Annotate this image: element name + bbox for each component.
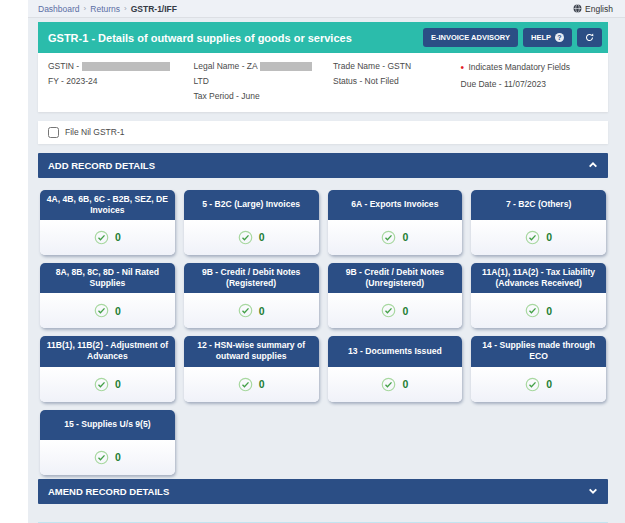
- amend-record-details-header[interactable]: AMEND RECORD DETAILS: [38, 479, 608, 504]
- info-col-2: Legal Name - ZA LTD Tax Period - June: [193, 59, 325, 104]
- record-tile[interactable]: 14 - Supplies made through ECO 0: [471, 336, 606, 401]
- tile-body: 0: [184, 220, 319, 255]
- chevron-down-icon: [588, 486, 598, 496]
- check-circle-icon: [381, 303, 396, 318]
- refresh-icon: [585, 33, 594, 42]
- tax-period-value: Tax Period - June: [193, 89, 325, 104]
- check-circle-icon: [525, 303, 540, 318]
- tile-body: 0: [471, 220, 606, 255]
- record-tile[interactable]: 11B(1), 11B(2) - Adjustment of Advances …: [40, 336, 175, 401]
- file-nil-checkbox[interactable]: [48, 127, 59, 138]
- help-label: HELP: [531, 33, 551, 42]
- help-button[interactable]: HELP ?: [523, 28, 572, 47]
- tile-count: 0: [115, 231, 121, 243]
- record-tile[interactable]: 11A(1), 11A(2) - Tax Liability (Advances…: [471, 263, 606, 328]
- legal-name-value: Legal Name - ZA LTD: [193, 59, 325, 89]
- tile-count: 0: [259, 305, 265, 317]
- question-icon: ?: [555, 33, 564, 42]
- page-header: GSTR-1 - Details of outward supplies of …: [38, 22, 608, 53]
- breadcrumb-current: GSTR-1/IFF: [131, 4, 177, 14]
- record-tile[interactable]: 4A, 4B, 6B, 6C - B2B, SEZ, DE Invoices 0: [40, 190, 175, 255]
- tile-body: 0: [328, 367, 463, 402]
- tile-title: 11B(1), 11B(2) - Adjustment of Advances: [40, 336, 175, 366]
- tile-body: 0: [471, 293, 606, 328]
- e-invoice-advisory-button[interactable]: E-INVOICE ADVISORY: [423, 28, 518, 47]
- tile-title: 9B - Credit / Debit Notes (Unregistered): [328, 263, 463, 293]
- tile-count: 0: [402, 378, 408, 390]
- file-nil-row: File Nil GSTR-1: [38, 121, 608, 144]
- tiles-grid: 4A, 4B, 6B, 6C - B2B, SEZ, DE Invoices 0…: [40, 190, 606, 475]
- fy-value: FY - 2023-24: [48, 74, 185, 89]
- trade-name-value: Trade Name - GSTN: [333, 59, 453, 74]
- check-circle-icon: [238, 230, 253, 245]
- tile-count: 0: [259, 231, 265, 243]
- tile-title: 7 - B2C (Others): [471, 190, 606, 220]
- add-record-details-label: ADD RECORD DETAILS: [48, 160, 155, 171]
- check-circle-icon: [94, 303, 109, 318]
- info-col-4: • Indicates Mandatory Fields Due Date - …: [461, 59, 598, 104]
- tile-title: 9B - Credit / Debit Notes (Registered): [184, 263, 319, 293]
- record-tile[interactable]: 8A, 8B, 8C, 8D - Nil Rated Supplies 0: [40, 263, 175, 328]
- tile-count: 0: [546, 378, 552, 390]
- breadcrumb-dashboard[interactable]: Dashboard: [38, 4, 80, 14]
- tile-body: 0: [328, 220, 463, 255]
- record-tile[interactable]: 5 - B2C (Large) Invoices 0: [184, 190, 319, 255]
- e-invoice-advisory-label: E-INVOICE ADVISORY: [431, 33, 510, 42]
- check-circle-icon: [238, 377, 253, 392]
- refresh-button[interactable]: [577, 28, 602, 47]
- tile-count: 0: [259, 378, 265, 390]
- tile-count: 0: [115, 305, 121, 317]
- breadcrumb-returns[interactable]: Returns: [90, 4, 120, 14]
- tile-body: 0: [40, 293, 175, 328]
- check-circle-icon: [238, 303, 253, 318]
- check-circle-icon: [381, 230, 396, 245]
- due-date-value: Due Date - 11/07/2023: [461, 77, 598, 92]
- tile-count: 0: [546, 305, 552, 317]
- record-tile[interactable]: 9B - Credit / Debit Notes (Registered) 0: [184, 263, 319, 328]
- record-tile[interactable]: 7 - B2C (Others) 0: [471, 190, 606, 255]
- gstin-value: GSTIN -: [48, 59, 185, 74]
- tile-body: 0: [328, 293, 463, 328]
- info-col-3: Trade Name - GSTN Status - Not Filed: [333, 59, 453, 104]
- mandatory-dot-icon: •: [461, 62, 465, 73]
- record-tile[interactable]: 6A - Exports Invoices 0: [328, 190, 463, 255]
- status-value: Status - Not Filed: [333, 74, 453, 89]
- record-tile[interactable]: 9B - Credit / Debit Notes (Unregistered)…: [328, 263, 463, 328]
- check-circle-icon: [94, 450, 109, 465]
- tile-body: 0: [184, 367, 319, 402]
- tile-title: 15 - Supplies U/s 9(5): [40, 410, 175, 440]
- redacted-gstin: [82, 62, 170, 71]
- language-label: English: [585, 4, 613, 14]
- page: Dashboard › Returns › GSTR-1/IFF English…: [28, 0, 625, 523]
- globe-icon: [573, 4, 582, 13]
- file-nil-label: File Nil GSTR-1: [65, 127, 125, 137]
- tile-count: 0: [115, 451, 121, 463]
- tile-body: 0: [471, 367, 606, 402]
- breadcrumb-separator: ›: [84, 4, 87, 13]
- check-circle-icon: [381, 377, 396, 392]
- check-circle-icon: [525, 230, 540, 245]
- tile-body: 0: [184, 293, 319, 328]
- language-selector[interactable]: English: [573, 4, 613, 14]
- breadcrumb: Dashboard › Returns › GSTR-1/IFF: [38, 4, 177, 14]
- amend-record-details-label: AMEND RECORD DETAILS: [48, 486, 169, 497]
- top-bar: Dashboard › Returns › GSTR-1/IFF English: [28, 0, 625, 18]
- tile-title: 11A(1), 11A(2) - Tax Liability (Advances…: [471, 263, 606, 293]
- check-circle-icon: [94, 230, 109, 245]
- tile-title: 8A, 8B, 8C, 8D - Nil Rated Supplies: [40, 263, 175, 293]
- tile-count: 0: [115, 378, 121, 390]
- add-record-details-header[interactable]: ADD RECORD DETAILS: [38, 153, 608, 178]
- record-tile[interactable]: 13 - Documents Issued 0: [328, 336, 463, 401]
- check-circle-icon: [94, 377, 109, 392]
- tile-count: 0: [546, 231, 552, 243]
- record-tile[interactable]: 12 - HSN-wise summary of outward supplie…: [184, 336, 319, 401]
- tile-title: 4A, 4B, 6B, 6C - B2B, SEZ, DE Invoices: [40, 190, 175, 220]
- mandatory-note: • Indicates Mandatory Fields: [461, 59, 598, 77]
- record-tile[interactable]: 15 - Supplies U/s 9(5) 0: [40, 410, 175, 475]
- breadcrumb-separator: ›: [124, 4, 127, 13]
- chevron-up-icon: [588, 160, 598, 170]
- tile-count: 0: [402, 305, 408, 317]
- tile-title: 12 - HSN-wise summary of outward supplie…: [184, 336, 319, 366]
- tile-body: 0: [40, 367, 175, 402]
- tile-body: 0: [40, 440, 175, 475]
